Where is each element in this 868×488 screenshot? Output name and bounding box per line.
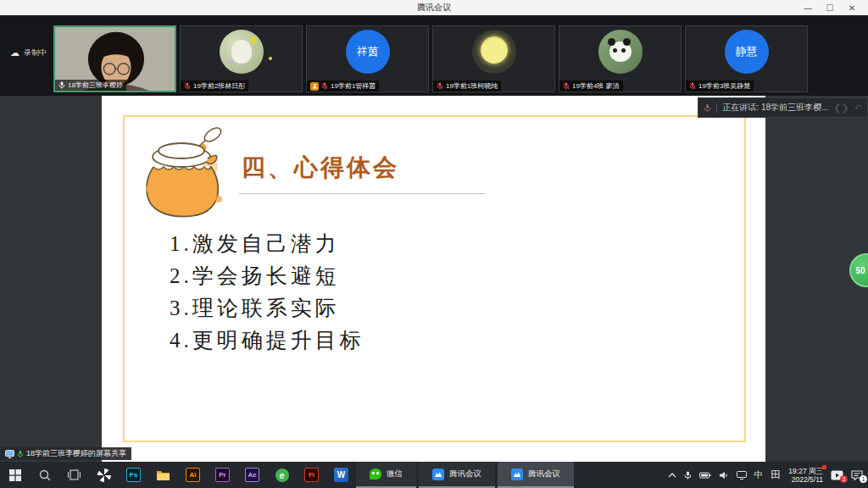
participant-name: 19学前1管祥茵 [331,81,376,91]
participant-label: 18学前三班李樱婷 [55,80,126,91]
flash-button[interactable]: Fl [297,462,326,488]
share-mic-on-icon [17,450,24,458]
slide-list-item: 4.更明确提升目标 [170,324,364,357]
recording-indicator: ☁ 录制中 [10,47,47,58]
participant-name: 19学前2班林日彤 [193,81,245,91]
speaker-mic-icon [704,103,711,113]
mic-muted-icon [321,82,328,90]
video-strip: ☁ 录制中 18学前三班李樱婷 19学前2班林日彤 祥茵 [0,15,868,96]
clock-alert-dot [822,465,826,469]
participant-video-1[interactable]: 18学前三班李樱婷 [53,25,176,92]
tray-clock[interactable]: 19:27 周三 2022/5/11 [788,467,823,484]
tencent-meeting-icon [432,469,444,480]
action-center-button[interactable]: 1 [851,470,863,480]
lamb-avatar [220,30,264,74]
mic-muted-icon [184,82,191,90]
participant-name: 19学前3班吴静慧 [698,81,750,91]
word-button[interactable]: W [326,462,356,488]
text-avatar: 静慧 [725,30,769,74]
participant-label: 19学前3班吴静慧 [686,80,754,92]
shared-screen: 四、心得体会 1.激发自己潜力 2.学会扬长避短 3.理论联系实际 4.更明确提… [102,96,765,462]
record-count-badge: 3 [840,475,848,483]
participant-name: 18学前三班李樱婷 [68,80,123,90]
close-button[interactable]: ✕ [841,0,863,15]
premiere-icon: Pr [215,468,230,482]
task-view-button[interactable] [59,462,89,488]
panda-avatar [598,30,643,74]
window-controls: — ☐ ✕ [797,0,863,15]
floating-assist-label: 50 [855,266,865,275]
participant-video-2[interactable]: 19学前2班林日彤 [180,25,303,92]
participant-video-6[interactable]: 静慧 19学前3班吴静慧 [685,25,808,92]
tray-time: 19:27 周三 [788,467,823,475]
mic-muted-icon [563,82,570,90]
mic-on-icon [58,81,65,89]
participant-label: 19学前2班林日彤 [181,80,248,92]
green-e-icon: e [275,469,289,482]
windows-taskbar: Ps Ai Pr Ae e Fl W 微信 腾讯会议 腾讯会议 中 田 19:2… [0,462,868,488]
screen-share-banner: 18学前三班李樱婷的屏幕共享 [0,447,131,460]
minimize-button[interactable]: — [797,0,819,15]
premiere-button[interactable]: Pr [208,462,237,488]
meeting-taskbar-button-1[interactable]: 腾讯会议 [419,462,495,488]
windows-logo-icon [9,469,21,481]
recording-label: 录制中 [24,47,47,58]
tray-expand-chevron-icon[interactable] [668,473,676,478]
floating-assist-button[interactable]: 50 [849,253,868,287]
tray-mic-icon[interactable] [684,470,692,480]
honey-pot-illustration [131,123,237,220]
cloud-record-icon: ☁ [10,47,19,58]
meeting-label: 腾讯会议 [528,469,560,480]
toast-divider [716,103,717,113]
wechat-taskbar-button[interactable]: 微信 [356,462,416,488]
photoshop-button[interactable]: Ps [119,462,148,488]
window-titlebar: 腾讯会议 — ☐ ✕ [0,0,868,15]
participant-label: 19学前4班 廖清 [559,80,623,92]
active-speaker-toast: 正在讲话: 18学前三班李樱... ❮❯ ↶ [698,97,868,118]
collapse-chevrons-icon[interactable]: ❮❯ [833,103,849,114]
slide-list-item: 2.学会扬长避短 [170,260,364,292]
monitor-icon [5,450,14,458]
reply-arrow-icon[interactable]: ↶ [854,103,862,114]
tray-battery-icon[interactable] [699,472,711,479]
wechat-label: 微信 [387,469,403,480]
active-speaker-text: 正在讲话: 18学前三班李樱... [722,102,828,114]
heading-underline [239,193,485,194]
slide-list-item: 1.激发自己潜力 [170,228,364,260]
aftereffects-button[interactable]: Ae [237,462,267,488]
flower-avatar [472,30,516,74]
slide-heading: 四、心得体会 [242,152,399,184]
illustrator-icon: Ai [186,468,200,482]
participant-video-3[interactable]: 祥茵 19学前1管祥茵 [306,25,429,92]
participant-name: 19学前4班 廖清 [572,81,620,91]
meeting-taskbar-button-2[interactable]: 腾讯会议 [498,462,574,488]
start-button[interactable] [0,462,30,488]
tencent-meeting-icon [511,469,523,480]
meeting-main-area: 四、心得体会 1.激发自己潜力 2.学会扬长避短 3.理论联系实际 4.更明确提… [0,96,868,462]
text-avatar: 祥茵 [346,30,390,74]
folder-icon [156,469,170,481]
system-tray: 中 田 19:27 周三 2022/5/11 3 1 [668,467,868,484]
ime-grid-icon[interactable]: 田 [771,468,781,482]
window-title: 腾讯会议 [417,2,451,14]
aftereffects-icon: Ae [245,468,259,482]
illustrator-button[interactable]: Ai [178,462,208,488]
screen-record-tray-button[interactable]: 3 [831,470,843,480]
participant-video-5[interactable]: 19学前4班 廖清 [559,25,682,92]
word-icon: W [334,468,348,482]
ime-language-indicator[interactable]: 中 [754,469,764,481]
participant-label: 19学前1班柯晓纯 [433,80,501,92]
participant-video-4[interactable]: 19学前1班柯晓纯 [432,25,555,92]
green-e-app-button[interactable]: e [267,462,297,488]
pinwheel-app-button[interactable] [89,462,119,488]
slide-bullet-list: 1.激发自己潜力 2.学会扬长避短 3.理论联系实际 4.更明确提升目标 [170,228,364,357]
slide-list-item: 3.理论联系实际 [170,292,364,324]
file-explorer-button[interactable] [148,462,178,488]
flash-icon: Fl [304,468,319,482]
photoshop-icon: Ps [126,468,141,482]
search-button[interactable] [30,462,59,488]
maximize-button[interactable]: ☐ [819,0,841,15]
tray-network-icon[interactable] [737,471,747,480]
share-banner-text: 18学前三班李樱婷的屏幕共享 [26,448,126,459]
tray-speaker-icon[interactable] [719,471,729,480]
